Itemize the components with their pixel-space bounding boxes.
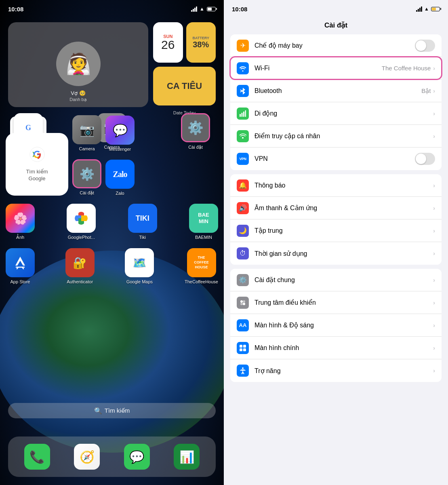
google-search-text: Tìm kiếmGoogle xyxy=(26,169,48,182)
airplane-label: Chế độ máy bay xyxy=(254,42,415,49)
widget-battery[interactable]: BATTERY 38% xyxy=(186,22,216,63)
dock-safari[interactable]: 🧭 xyxy=(74,444,100,470)
avatar: 👰 xyxy=(56,42,101,86)
right-panel: 10:08 ▲ Cài đặt ✈ Chế độ máy bay xyxy=(224,0,448,485)
sheets-icon: 📊 xyxy=(174,444,200,470)
ca-tieu-text: CA TIÊU xyxy=(167,81,202,91)
google-widget[interactable]: Tìm kiếmGoogle xyxy=(6,133,68,196)
app-photos[interactable]: 🌸 Ảnh xyxy=(6,204,35,240)
svg-rect-3 xyxy=(243,112,244,117)
widget-right-col: SUN 26 BATTERY 38% CA TIÊU Date Today xyxy=(153,22,216,115)
app-messenger[interactable]: 💬 Messenger xyxy=(105,116,135,152)
row-notifications[interactable]: 🔔 Thông báo › xyxy=(230,174,442,197)
row3: 🌸 Ảnh GooglePhot... TIKI Tiki xyxy=(6,204,218,240)
svg-point-8 xyxy=(240,303,243,305)
row1: Tìm kiếmGoogle 📷 Camera ⚙️ Cài đặt 💬 xyxy=(6,115,218,196)
search-icon: 🔍 xyxy=(94,407,102,415)
gphotos-icon xyxy=(67,204,96,233)
svg-rect-2 xyxy=(242,113,243,117)
status-bar-right: 10:08 ▲ xyxy=(224,0,448,18)
auth-icon: 🔐 xyxy=(65,248,95,277)
app-gphotos[interactable]: GooglePhot... xyxy=(67,204,96,240)
left-panel: 10:08 ▲ 👰 Vợ 🥺 Danh bạ SUN xyxy=(0,0,224,485)
svg-point-5 xyxy=(242,137,244,139)
appstore-label: App Store xyxy=(11,279,30,284)
row-focus[interactable]: 🌙 Tập trung › xyxy=(230,219,442,242)
widget-contacts[interactable]: 👰 Vợ 🥺 Danh bạ xyxy=(8,22,148,107)
svg-point-6 xyxy=(240,300,243,303)
wifi-icon xyxy=(237,62,249,74)
app-tiki[interactable]: TIKI Tiki xyxy=(128,204,157,240)
app-settings-home[interactable]: ⚙️ Cài đặt xyxy=(72,159,101,196)
accessibility-label: Trợ năng xyxy=(254,367,433,375)
row-wifi[interactable]: Wi-Fi The Coffee House › xyxy=(230,57,442,80)
widgets-row: 👰 Vợ 🥺 Danh bạ SUN 26 BATTERY 38% CA TIÊ… xyxy=(8,22,216,115)
app-baemin[interactable]: BAEMIN BAEMIN xyxy=(189,204,218,240)
tiki-label: Tiki xyxy=(139,235,146,240)
status-bar-left: 10:08 ▲ xyxy=(0,0,224,18)
row-vpn[interactable]: VPN VPN xyxy=(230,148,442,170)
screentime-icon: ⏱ xyxy=(237,247,249,259)
row-airplane[interactable]: ✈ Chế độ máy bay xyxy=(230,34,442,57)
settings-title: Cài đặt xyxy=(224,18,448,34)
search-bar[interactable]: 🔍 Tìm kiếm xyxy=(8,403,216,418)
row-screentime[interactable]: ⏱ Thời gian sử dụng › xyxy=(230,242,442,265)
svg-rect-12 xyxy=(240,348,242,351)
general-label: Cài đặt chung xyxy=(254,276,433,284)
time-right: 10:08 xyxy=(232,6,247,13)
danh-ba-label: Danh bạ xyxy=(69,97,86,102)
photos-label: Ảnh xyxy=(16,235,24,240)
app-camera[interactable]: 📷 Camera xyxy=(72,115,101,151)
svg-rect-4 xyxy=(245,110,246,117)
display-label: Màn hình & Độ sáng xyxy=(254,321,433,329)
row-control[interactable]: Trung tâm điều khiển › xyxy=(230,291,442,314)
app-appstore[interactable]: App Store xyxy=(6,248,35,284)
row-homescreen[interactable]: Màn hình chính › xyxy=(230,337,442,359)
row-bluetooth[interactable]: Bluetooth Bật › xyxy=(230,80,442,102)
row-sounds[interactable]: 🔊 Âm thanh & Cảm ứng › xyxy=(230,197,442,219)
settings-home-label: Cài đặt xyxy=(80,190,94,196)
control-chevron: › xyxy=(433,299,435,306)
sounds-icon: 🔊 xyxy=(237,202,249,214)
bluetooth-label: Bluetooth xyxy=(254,87,421,95)
google-g-logo xyxy=(29,146,45,166)
tiki-icon: TIKI xyxy=(128,204,157,233)
row-cellular[interactable]: Di động › xyxy=(230,102,442,125)
homescreen-label: Màn hình chính xyxy=(254,344,433,352)
row-display[interactable]: AA Màn hình & Độ sáng › xyxy=(230,314,442,337)
zalo-label: Zalo xyxy=(116,191,124,196)
bluetooth-chevron: › xyxy=(433,88,435,94)
svg-rect-1 xyxy=(240,114,241,117)
settings-group-1: ✈ Chế độ máy bay Wi-Fi The Coffee House … xyxy=(230,34,442,170)
row-accessibility[interactable]: Trợ năng › xyxy=(230,359,442,382)
bluetooth-value: Bật xyxy=(421,87,431,95)
vpn-toggle[interactable] xyxy=(415,153,435,165)
row-hotspot[interactable]: Điểm truy cập cá nhân › xyxy=(230,125,442,148)
hotspot-icon xyxy=(237,130,249,142)
homescreen-chevron: › xyxy=(433,345,435,351)
cellular-label: Di động xyxy=(254,110,433,117)
wifi-icon-right: ▲ xyxy=(424,6,429,12)
zalo-icon: Zalo xyxy=(105,160,135,189)
dock-messages[interactable]: 💬 xyxy=(124,444,150,470)
cellular-chevron: › xyxy=(433,110,435,117)
auth-label: Authenticator xyxy=(67,279,93,284)
dock-phone[interactable]: 📞 xyxy=(24,444,50,470)
notifications-chevron: › xyxy=(433,182,435,189)
baemin-icon: BAEMIN xyxy=(189,204,218,233)
app-gmaps[interactable]: 🗺️ Google Maps xyxy=(125,248,154,284)
row-general[interactable]: ⚙️ Cài đặt chung › xyxy=(230,269,442,291)
widget-calendar[interactable]: SUN 26 xyxy=(153,22,183,63)
display-chevron: › xyxy=(433,322,435,329)
app-zalo[interactable]: Zalo Zalo xyxy=(105,160,135,196)
dock-sheets[interactable]: 📊 xyxy=(174,444,200,470)
settings-group-3: ⚙️ Cài đặt chung › Trung tâm điều khiển … xyxy=(230,269,442,382)
airplane-toggle[interactable] xyxy=(415,40,435,52)
app-authenticator[interactable]: 🔐 Authenticator xyxy=(65,248,95,284)
widget-ca-tieu[interactable]: CA TIÊU xyxy=(153,67,216,105)
time-left: 10:08 xyxy=(8,6,23,13)
app-coffeehouse[interactable]: THECOFFEEHOUSE TheCoffeeHouse xyxy=(185,248,218,284)
sounds-label: Âm thanh & Cảm ứng xyxy=(254,204,433,212)
notifications-icon: 🔔 xyxy=(237,179,249,192)
svg-rect-10 xyxy=(240,345,242,348)
